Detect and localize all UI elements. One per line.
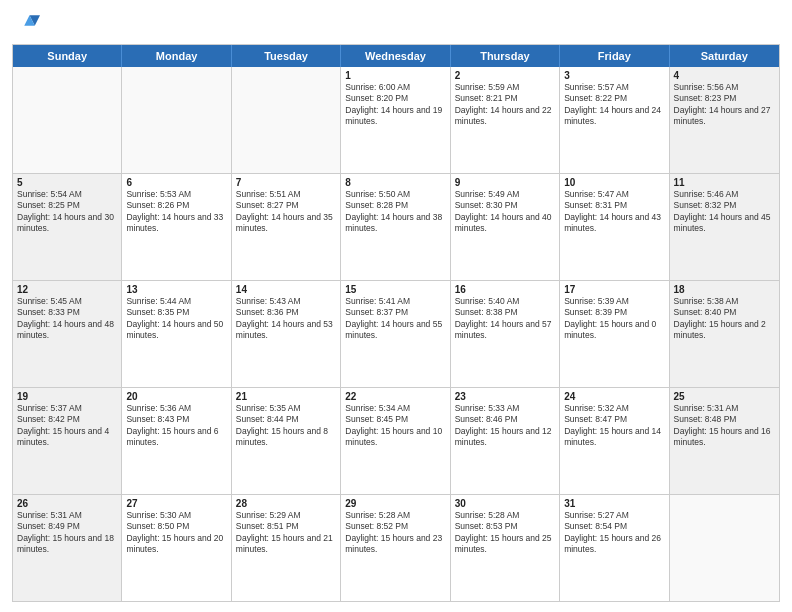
- header-day-thursday: Thursday: [451, 45, 560, 67]
- day-number: 26: [17, 498, 117, 509]
- header: [12, 10, 780, 38]
- logo-icon: [12, 10, 40, 38]
- calendar-week-1: 1Sunrise: 6:00 AMSunset: 8:20 PMDaylight…: [13, 67, 779, 174]
- day-number: 24: [564, 391, 664, 402]
- page: SundayMondayTuesdayWednesdayThursdayFrid…: [0, 0, 792, 612]
- calendar-cell: 31Sunrise: 5:27 AMSunset: 8:54 PMDayligh…: [560, 495, 669, 601]
- calendar-cell: 23Sunrise: 5:33 AMSunset: 8:46 PMDayligh…: [451, 388, 560, 494]
- day-number: 3: [564, 70, 664, 81]
- day-number: 2: [455, 70, 555, 81]
- day-info: Sunrise: 5:31 AMSunset: 8:48 PMDaylight:…: [674, 403, 775, 449]
- day-info: Sunrise: 5:45 AMSunset: 8:33 PMDaylight:…: [17, 296, 117, 342]
- day-number: 21: [236, 391, 336, 402]
- day-info: Sunrise: 5:54 AMSunset: 8:25 PMDaylight:…: [17, 189, 117, 235]
- day-info: Sunrise: 5:56 AMSunset: 8:23 PMDaylight:…: [674, 82, 775, 128]
- day-info: Sunrise: 5:44 AMSunset: 8:35 PMDaylight:…: [126, 296, 226, 342]
- calendar-week-2: 5Sunrise: 5:54 AMSunset: 8:25 PMDaylight…: [13, 174, 779, 281]
- calendar-cell: [13, 67, 122, 173]
- day-number: 16: [455, 284, 555, 295]
- day-info: Sunrise: 5:32 AMSunset: 8:47 PMDaylight:…: [564, 403, 664, 449]
- day-info: Sunrise: 5:36 AMSunset: 8:43 PMDaylight:…: [126, 403, 226, 449]
- day-number: 6: [126, 177, 226, 188]
- calendar-cell: 15Sunrise: 5:41 AMSunset: 8:37 PMDayligh…: [341, 281, 450, 387]
- day-number: 22: [345, 391, 445, 402]
- day-info: Sunrise: 5:38 AMSunset: 8:40 PMDaylight:…: [674, 296, 775, 342]
- day-number: 19: [17, 391, 117, 402]
- calendar-cell: 11Sunrise: 5:46 AMSunset: 8:32 PMDayligh…: [670, 174, 779, 280]
- day-number: 27: [126, 498, 226, 509]
- day-number: 31: [564, 498, 664, 509]
- day-info: Sunrise: 5:28 AMSunset: 8:52 PMDaylight:…: [345, 510, 445, 556]
- day-number: 1: [345, 70, 445, 81]
- day-info: Sunrise: 5:59 AMSunset: 8:21 PMDaylight:…: [455, 82, 555, 128]
- calendar-cell: [670, 495, 779, 601]
- calendar-week-4: 19Sunrise: 5:37 AMSunset: 8:42 PMDayligh…: [13, 388, 779, 495]
- day-number: 17: [564, 284, 664, 295]
- day-info: Sunrise: 5:47 AMSunset: 8:31 PMDaylight:…: [564, 189, 664, 235]
- day-info: Sunrise: 5:33 AMSunset: 8:46 PMDaylight:…: [455, 403, 555, 449]
- header-day-sunday: Sunday: [13, 45, 122, 67]
- day-info: Sunrise: 5:57 AMSunset: 8:22 PMDaylight:…: [564, 82, 664, 128]
- calendar-cell: 16Sunrise: 5:40 AMSunset: 8:38 PMDayligh…: [451, 281, 560, 387]
- calendar-cell: 12Sunrise: 5:45 AMSunset: 8:33 PMDayligh…: [13, 281, 122, 387]
- day-info: Sunrise: 5:39 AMSunset: 8:39 PMDaylight:…: [564, 296, 664, 342]
- calendar-cell: 9Sunrise: 5:49 AMSunset: 8:30 PMDaylight…: [451, 174, 560, 280]
- day-info: Sunrise: 5:53 AMSunset: 8:26 PMDaylight:…: [126, 189, 226, 235]
- calendar-cell: 4Sunrise: 5:56 AMSunset: 8:23 PMDaylight…: [670, 67, 779, 173]
- header-day-saturday: Saturday: [670, 45, 779, 67]
- calendar-header-row: SundayMondayTuesdayWednesdayThursdayFrid…: [13, 45, 779, 67]
- day-number: 30: [455, 498, 555, 509]
- calendar-cell: 24Sunrise: 5:32 AMSunset: 8:47 PMDayligh…: [560, 388, 669, 494]
- day-info: Sunrise: 5:40 AMSunset: 8:38 PMDaylight:…: [455, 296, 555, 342]
- calendar-cell: 13Sunrise: 5:44 AMSunset: 8:35 PMDayligh…: [122, 281, 231, 387]
- calendar-cell: 1Sunrise: 6:00 AMSunset: 8:20 PMDaylight…: [341, 67, 450, 173]
- day-number: 29: [345, 498, 445, 509]
- day-info: Sunrise: 5:43 AMSunset: 8:36 PMDaylight:…: [236, 296, 336, 342]
- day-number: 23: [455, 391, 555, 402]
- day-number: 7: [236, 177, 336, 188]
- header-day-wednesday: Wednesday: [341, 45, 450, 67]
- day-info: Sunrise: 5:50 AMSunset: 8:28 PMDaylight:…: [345, 189, 445, 235]
- day-number: 12: [17, 284, 117, 295]
- header-day-tuesday: Tuesday: [232, 45, 341, 67]
- calendar-cell: 17Sunrise: 5:39 AMSunset: 8:39 PMDayligh…: [560, 281, 669, 387]
- day-info: Sunrise: 5:35 AMSunset: 8:44 PMDaylight:…: [236, 403, 336, 449]
- day-number: 11: [674, 177, 775, 188]
- calendar-cell: 20Sunrise: 5:36 AMSunset: 8:43 PMDayligh…: [122, 388, 231, 494]
- day-number: 10: [564, 177, 664, 188]
- calendar-cell: 18Sunrise: 5:38 AMSunset: 8:40 PMDayligh…: [670, 281, 779, 387]
- day-number: 8: [345, 177, 445, 188]
- day-number: 15: [345, 284, 445, 295]
- day-info: Sunrise: 5:41 AMSunset: 8:37 PMDaylight:…: [345, 296, 445, 342]
- day-number: 4: [674, 70, 775, 81]
- calendar-cell: 6Sunrise: 5:53 AMSunset: 8:26 PMDaylight…: [122, 174, 231, 280]
- day-number: 25: [674, 391, 775, 402]
- day-info: Sunrise: 5:31 AMSunset: 8:49 PMDaylight:…: [17, 510, 117, 556]
- day-info: Sunrise: 5:27 AMSunset: 8:54 PMDaylight:…: [564, 510, 664, 556]
- day-number: 5: [17, 177, 117, 188]
- calendar-week-3: 12Sunrise: 5:45 AMSunset: 8:33 PMDayligh…: [13, 281, 779, 388]
- calendar-cell: 14Sunrise: 5:43 AMSunset: 8:36 PMDayligh…: [232, 281, 341, 387]
- calendar-cell: 10Sunrise: 5:47 AMSunset: 8:31 PMDayligh…: [560, 174, 669, 280]
- day-number: 18: [674, 284, 775, 295]
- calendar-cell: 8Sunrise: 5:50 AMSunset: 8:28 PMDaylight…: [341, 174, 450, 280]
- day-number: 14: [236, 284, 336, 295]
- logo: [12, 10, 44, 38]
- day-info: Sunrise: 5:29 AMSunset: 8:51 PMDaylight:…: [236, 510, 336, 556]
- day-number: 13: [126, 284, 226, 295]
- calendar: SundayMondayTuesdayWednesdayThursdayFrid…: [12, 44, 780, 602]
- header-day-monday: Monday: [122, 45, 231, 67]
- calendar-cell: 22Sunrise: 5:34 AMSunset: 8:45 PMDayligh…: [341, 388, 450, 494]
- calendar-cell: 2Sunrise: 5:59 AMSunset: 8:21 PMDaylight…: [451, 67, 560, 173]
- calendar-cell: 28Sunrise: 5:29 AMSunset: 8:51 PMDayligh…: [232, 495, 341, 601]
- calendar-cell: 19Sunrise: 5:37 AMSunset: 8:42 PMDayligh…: [13, 388, 122, 494]
- calendar-cell: 3Sunrise: 5:57 AMSunset: 8:22 PMDaylight…: [560, 67, 669, 173]
- day-number: 9: [455, 177, 555, 188]
- calendar-cell: 30Sunrise: 5:28 AMSunset: 8:53 PMDayligh…: [451, 495, 560, 601]
- day-info: Sunrise: 5:37 AMSunset: 8:42 PMDaylight:…: [17, 403, 117, 449]
- day-number: 28: [236, 498, 336, 509]
- calendar-cell: 29Sunrise: 5:28 AMSunset: 8:52 PMDayligh…: [341, 495, 450, 601]
- calendar-cell: 21Sunrise: 5:35 AMSunset: 8:44 PMDayligh…: [232, 388, 341, 494]
- day-info: Sunrise: 5:51 AMSunset: 8:27 PMDaylight:…: [236, 189, 336, 235]
- calendar-week-5: 26Sunrise: 5:31 AMSunset: 8:49 PMDayligh…: [13, 495, 779, 601]
